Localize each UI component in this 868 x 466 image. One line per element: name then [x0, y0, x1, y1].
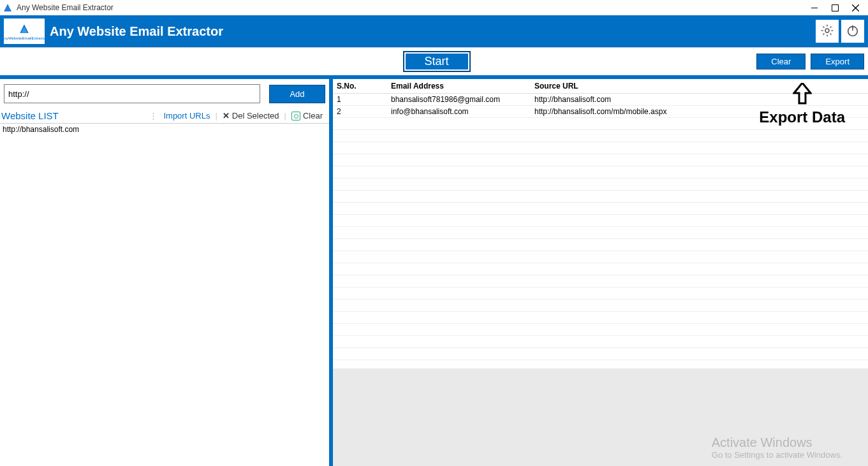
results-table: S.No. Email Address Source URL 1bhansali… — [333, 79, 868, 368]
app-icon — [3, 3, 13, 13]
col-sno[interactable]: S.No. — [333, 79, 387, 94]
svg-marker-0 — [4, 4, 11, 11]
power-icon — [846, 24, 860, 40]
left-pane: Add Website LIST ⋮ Import URLs | ✕Del Se… — [0, 79, 333, 466]
clear-results-button[interactable]: Clear — [756, 54, 805, 69]
table-row: . — [333, 142, 868, 154]
x-icon: ✕ — [223, 111, 230, 120]
table-row: . — [333, 275, 868, 288]
import-urls-button[interactable]: Import URLs — [161, 110, 212, 122]
export-button[interactable]: Export — [811, 54, 864, 69]
table-row: . — [333, 263, 868, 275]
table-row: . — [333, 203, 868, 215]
main-area: Add Website LIST ⋮ Import URLs | ✕Del Se… — [0, 79, 868, 466]
list-item[interactable]: http://bhansalisoft.com — [0, 124, 329, 135]
clear-icon — [291, 112, 300, 120]
grip-icon: ⋮ — [149, 111, 157, 120]
table-row: . — [333, 227, 868, 239]
table-row: . — [333, 251, 868, 263]
window-maximize-button[interactable] — [825, 0, 845, 15]
table-row: . — [333, 130, 868, 142]
app-logo: AnyWebsiteEmailExtractor — [4, 18, 45, 44]
table-row: . — [333, 336, 868, 348]
table-row: . — [333, 300, 868, 312]
col-source[interactable]: Source URL — [531, 79, 868, 94]
table-row: . — [333, 178, 868, 191]
gear-icon — [820, 24, 834, 40]
table-row: . — [333, 348, 868, 360]
app-title: Any Website Email Extractor — [50, 24, 813, 39]
url-input[interactable] — [4, 84, 260, 103]
website-list[interactable]: http://bhansalisoft.com — [0, 123, 329, 466]
table-row: . — [333, 166, 868, 178]
right-pane: S.No. Email Address Source URL 1bhansali… — [333, 79, 868, 466]
start-button[interactable]: Start — [402, 51, 470, 72]
main-toolbar: Start Clear Export — [0, 47, 868, 79]
add-url-button[interactable]: Add — [269, 85, 325, 103]
results-table-wrap: S.No. Email Address Source URL 1bhansali… — [333, 79, 868, 368]
col-email[interactable]: Email Address — [387, 79, 531, 94]
svg-point-5 — [825, 29, 829, 33]
website-list-title: Website LIST — [1, 110, 59, 121]
app-header: AnyWebsiteEmailExtractor Any Website Ema… — [0, 15, 868, 47]
table-row[interactable]: 2info@bhansalisoft.comhttp://bhansalisof… — [333, 106, 868, 118]
table-row: . — [333, 288, 868, 300]
clear-list-button[interactable]: Clear — [289, 110, 325, 122]
table-row: . — [333, 118, 868, 130]
delete-selected-button[interactable]: ✕Del Selected — [220, 110, 282, 122]
table-row: . — [333, 154, 868, 166]
window-title: Any Website Email Extractor — [17, 3, 804, 12]
power-button[interactable] — [841, 20, 864, 43]
table-row: . — [333, 191, 868, 203]
table-row: . — [333, 215, 868, 227]
window-titlebar: Any Website Email Extractor — [0, 0, 868, 15]
log-pane: http://bhansalisoft.com/product.aspx?pid… — [333, 368, 868, 466]
settings-button[interactable] — [816, 20, 839, 43]
window-minimize-button[interactable] — [804, 0, 825, 15]
table-row: . — [333, 324, 868, 336]
table-row[interactable]: 1bhansalisoft781986@gmail.comhttp://bhan… — [333, 94, 868, 106]
table-row: . — [333, 239, 868, 251]
window-close-button[interactable] — [845, 0, 865, 15]
table-row: . — [333, 360, 868, 369]
table-row: . — [333, 312, 868, 324]
